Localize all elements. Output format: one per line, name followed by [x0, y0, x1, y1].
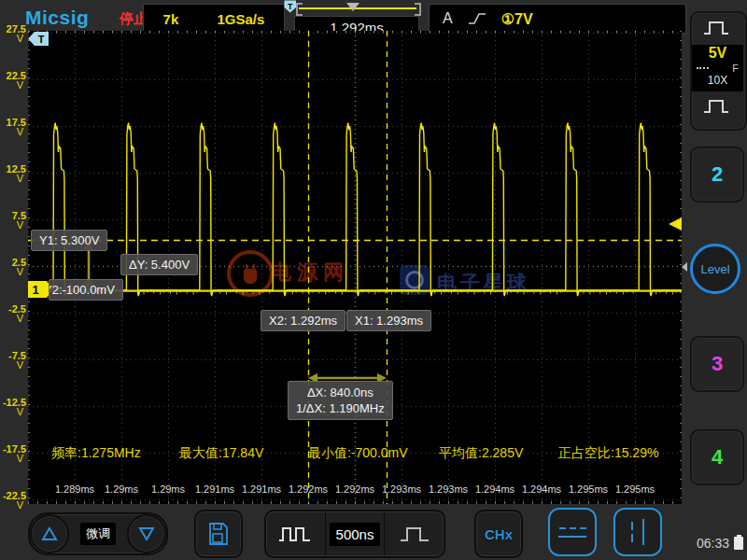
save-button[interactable] — [194, 510, 243, 558]
measurement-item: 频率:1.275MHz — [51, 445, 141, 462]
cursor-x1-label[interactable]: X1: 1.293ms — [346, 310, 431, 331]
svg-text:T: T — [288, 2, 293, 11]
channel1-badge: 1 — [32, 283, 38, 297]
adjust-down-button[interactable] — [127, 514, 166, 553]
timebase-group: 500ns — [264, 510, 445, 558]
x-axis-label: 1.289ms — [50, 483, 99, 495]
brand-logo: Micsig — [25, 7, 89, 29]
oscilloscope-screen: Micsig 停止 7k 1GSa/s T 1.292ms A ①7V 电源网 … — [0, 0, 747, 560]
x-axis-label: 1.295ms — [564, 483, 613, 495]
x-axis-label: 1.293ms — [424, 483, 472, 495]
vertical-cursor-button[interactable] — [613, 508, 662, 556]
y-axis-label: -12.5V — [0, 398, 26, 416]
x-axis-label: 1.293ms — [377, 483, 426, 495]
down-triangle-icon — [140, 528, 153, 539]
y-axis-label: -2.5V — [0, 304, 26, 323]
pulse-train-button[interactable] — [266, 511, 325, 556]
single-pulse-button[interactable] — [384, 511, 444, 556]
coupling-icon — [697, 67, 709, 69]
y-axis-label: 27.5V — [0, 24, 26, 43]
y-axis-label: -7.5V — [0, 351, 26, 370]
x-axis-label: 1.291ms — [237, 483, 286, 495]
trigger-position-marker[interactable] — [346, 3, 359, 11]
fine-adjust-group: 微调 — [28, 512, 168, 555]
cursor-dx-label: ΔX: 840.0ns 1/ΔX: 1.190MHz — [288, 381, 393, 420]
ch1-scale-readout: 5V F 10X — [692, 45, 743, 91]
trigger-settings-readout[interactable]: A ①7V — [429, 4, 686, 34]
measurement-item: 最小值:-700.0mV — [308, 445, 408, 462]
x-axis-label: 1.294ms — [471, 483, 519, 495]
measurement-item: 最大值:17.84V — [179, 445, 263, 462]
v-cursor-solid-icon — [642, 519, 644, 545]
h-cursor-solid-icon — [558, 536, 586, 538]
level-knob-arrow — [682, 262, 687, 272]
cursor-y2-label[interactable]: Y2:-100.0mV — [49, 279, 123, 301]
trigger-level-knob[interactable]: Level — [690, 244, 740, 294]
pulse-train-icon — [278, 524, 312, 544]
pulse-down-icon[interactable] — [702, 97, 730, 116]
timebase-window-bracket-right — [415, 3, 421, 16]
coupling-label: F — [732, 63, 739, 74]
y-axis-label: -17.5V — [0, 444, 26, 463]
cursor-y1-label[interactable]: Y1: 5.300V — [31, 230, 107, 251]
save-icon — [206, 522, 231, 546]
up-triangle-icon — [43, 528, 56, 539]
h-cursor-dashed-icon — [559, 527, 586, 529]
cursor-x2-label[interactable]: X2: 1.292ms — [261, 310, 345, 331]
clock-time: 06:33 — [697, 536, 729, 551]
x-axis-label: 1.292ms — [284, 483, 332, 495]
measurement-item: 正占空比:15.29% — [558, 445, 658, 462]
x-axis-label: 1.292ms — [331, 483, 379, 495]
x-axis-label: 1.295ms — [611, 483, 659, 495]
measurement-item: 平均值:2.285V — [439, 445, 523, 462]
y-axis-label: 12.5V — [0, 164, 26, 183]
x-axis-label: 1.29ms — [97, 483, 146, 495]
pulse-up-icon[interactable] — [702, 19, 730, 37]
memory-depth: 7k — [163, 11, 179, 27]
acquisition-readout[interactable]: 7k 1GSa/s — [143, 4, 285, 34]
single-pulse-icon — [399, 524, 430, 544]
y-axis-label: 22.5V — [0, 71, 26, 90]
trigger-t-letter: T — [38, 34, 45, 45]
x-axis-label: 1.294ms — [517, 483, 566, 495]
volts-per-div: 5V — [692, 45, 743, 62]
channel-4-button[interactable]: 4 — [690, 429, 744, 485]
timebase-value[interactable]: 500ns — [330, 523, 381, 546]
fine-adjust-label[interactable]: 微调 — [80, 523, 116, 545]
inv-dx-value: 1/ΔX: 1.190MHz — [296, 401, 385, 415]
y-axis-label: 2.5V — [0, 258, 26, 276]
chx-button[interactable]: CHx — [474, 510, 523, 558]
dx-value: ΔX: 840.0ns — [307, 385, 374, 399]
x-axis-label: 1.291ms — [190, 483, 239, 495]
y-axis-label: -22.5V — [0, 491, 26, 510]
y-axis-label: 7.5V — [0, 211, 26, 230]
trigger-level-arrow[interactable] — [669, 217, 682, 231]
trigger-source-level: ①7V — [501, 10, 533, 28]
trigger-mode: A — [443, 10, 453, 27]
sample-rate: 1GSa/s — [218, 11, 265, 27]
adjust-up-button[interactable] — [30, 514, 69, 553]
trigger-position-icon[interactable]: T — [284, 0, 297, 14]
horizontal-cursor-button[interactable] — [548, 508, 597, 556]
battery-icon — [734, 537, 743, 550]
cursor-dy-label: ΔY: 5.400V — [120, 254, 198, 275]
timebase-window-bracket-left — [296, 3, 303, 16]
x-axis-label: 1.29ms — [144, 483, 192, 495]
y-axis-label: 17.5V — [0, 118, 26, 136]
channel-2-button[interactable]: 2 — [690, 147, 744, 203]
system-clock: 06:33 — [697, 536, 743, 551]
timebase-cell[interactable]: 500ns — [325, 511, 385, 556]
rising-edge-icon — [468, 11, 486, 26]
probe-attenuation: 10X — [692, 74, 743, 88]
channel-3-button[interactable]: 3 — [690, 336, 744, 392]
v-cursor-dashed-icon — [631, 522, 633, 542]
